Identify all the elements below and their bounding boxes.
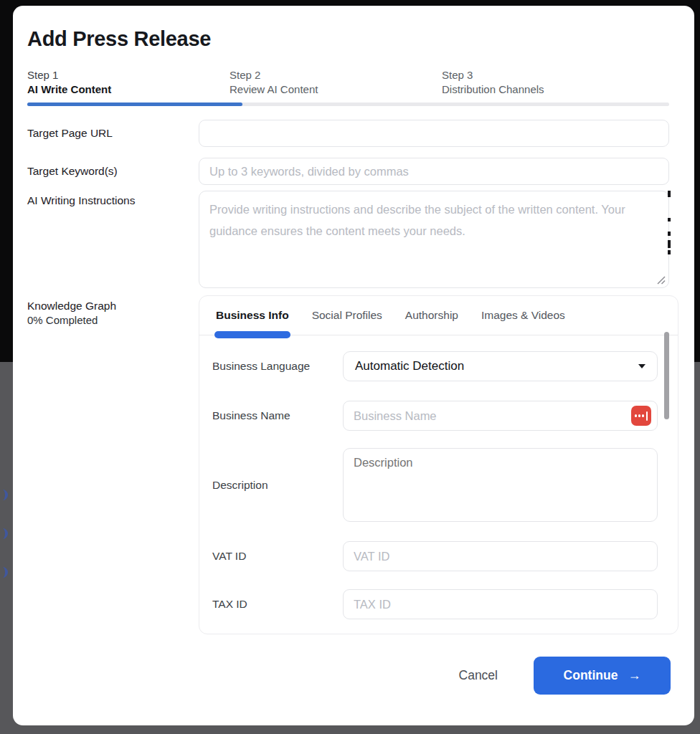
ai-instructions-label: AI Writing Instructions — [27, 191, 199, 207]
description-textarea[interactable] — [343, 448, 658, 522]
wizard-progress-fill — [27, 103, 242, 106]
continue-button-label: Continue — [564, 668, 618, 683]
target-keywords-input[interactable] — [199, 158, 669, 185]
step-3-distribution-channels[interactable]: Step 3 Distribution Channels — [442, 68, 694, 97]
tax-id-row: TAX ID — [199, 589, 678, 619]
knowledge-graph-completed: 0% Completed — [27, 313, 189, 328]
screen-artifact — [668, 240, 671, 248]
knowledge-graph-row: Knowledge Graph 0% Completed Business In… — [13, 295, 694, 634]
tab-label: Social Profiles — [312, 309, 382, 322]
active-tab-indicator — [214, 331, 290, 338]
backdrop-content-fragment — [0, 490, 8, 500]
vat-id-row: VAT ID — [199, 541, 678, 571]
vat-id-label: VAT ID — [212, 550, 343, 563]
knowledge-graph-tabs: Business Info Social Profiles Authorship… — [199, 296, 678, 335]
business-language-value: Automatic Detection — [355, 359, 464, 373]
tab-label: Images & Videos — [481, 309, 565, 322]
tab-social-profiles[interactable]: Social Profiles — [312, 296, 382, 335]
chevron-down-icon — [638, 364, 645, 368]
wizard-steps: Step 1 AI Write Content Step 2 Review AI… — [27, 68, 694, 97]
business-language-select[interactable]: Automatic Detection — [343, 351, 658, 381]
tab-label: Authorship — [405, 309, 458, 322]
target-page-url-input[interactable] — [199, 120, 669, 147]
arrow-right-icon: → — [628, 668, 640, 683]
wizard-progress-track — [27, 103, 669, 106]
step-label: AI Write Content — [27, 82, 230, 97]
tax-id-label: TAX ID — [212, 598, 343, 611]
ai-instructions-textarea[interactable] — [199, 191, 669, 288]
vat-id-input[interactable] — [343, 541, 658, 571]
tab-images-videos[interactable]: Images & Videos — [481, 296, 565, 335]
tab-business-info[interactable]: Business Info — [216, 296, 289, 335]
ai-instructions-row: AI Writing Instructions — [13, 191, 694, 288]
description-label: Description — [212, 479, 343, 492]
description-row: Description — [199, 448, 678, 522]
target-page-url-row: Target Page URL — [13, 120, 694, 147]
business-name-label: Business Name — [212, 409, 343, 422]
target-keywords-row: Target Keyword(s) — [13, 158, 694, 185]
business-language-label: Business Language — [212, 360, 343, 373]
screen-artifact — [668, 218, 671, 221]
tab-label: Business Info — [216, 309, 289, 322]
knowledge-graph-label: Knowledge Graph — [27, 299, 189, 313]
target-page-url-label: Target Page URL — [27, 127, 199, 140]
cancel-button[interactable]: Cancel — [459, 668, 498, 683]
step-number: Step 1 — [27, 68, 230, 82]
password-manager-autofill-icon[interactable] — [631, 406, 651, 426]
tax-id-input[interactable] — [343, 589, 658, 619]
textarea-resize-handle[interactable] — [656, 275, 666, 285]
knowledge-graph-scrollbar[interactable] — [664, 332, 669, 419]
continue-button[interactable]: Continue → — [534, 657, 671, 695]
step-1-ai-write-content[interactable]: Step 1 AI Write Content — [27, 68, 230, 97]
step-label: Distribution Channels — [442, 82, 694, 97]
modal-title: Add Press Release — [27, 27, 694, 51]
screen-artifact — [668, 191, 671, 197]
knowledge-graph-card: Business Info Social Profiles Authorship… — [199, 295, 678, 634]
step-2-review-ai-content[interactable]: Step 2 Review AI Content — [230, 68, 442, 97]
tab-authorship[interactable]: Authorship — [405, 296, 458, 335]
modal-footer: Cancel Continue → — [13, 657, 694, 695]
business-name-row: Business Name — [199, 401, 678, 431]
business-name-input[interactable] — [343, 401, 658, 431]
backdrop-content-fragment — [0, 567, 8, 578]
add-press-release-modal: Add Press Release Step 1 AI Write Conten… — [13, 6, 694, 725]
screen-artifact — [668, 232, 671, 236]
target-keywords-label: Target Keyword(s) — [27, 165, 199, 178]
step-number: Step 3 — [442, 68, 694, 82]
knowledge-graph-label-group: Knowledge Graph 0% Completed — [27, 295, 199, 328]
step-number: Step 2 — [230, 68, 442, 82]
screen-artifact — [668, 250, 671, 254]
business-language-row: Business Language Automatic Detection — [199, 351, 678, 381]
backdrop-content-fragment — [0, 528, 8, 539]
step-label: Review AI Content — [230, 82, 442, 97]
